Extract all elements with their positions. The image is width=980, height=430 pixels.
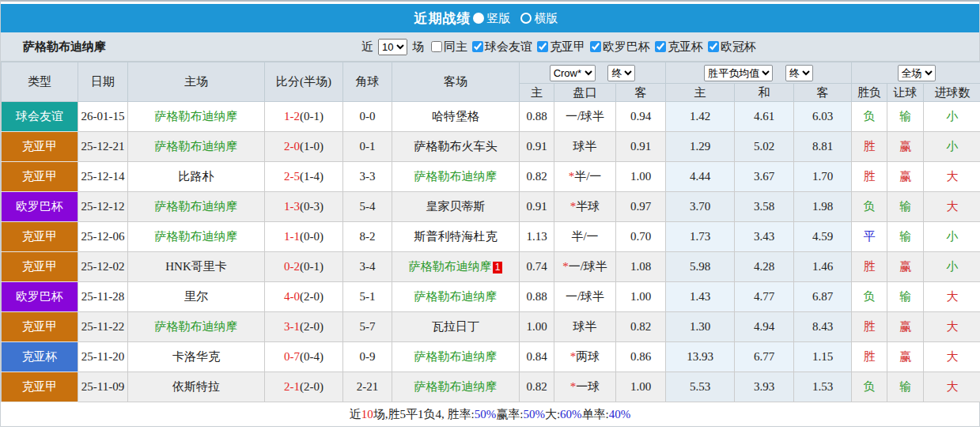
handicap-away-odds: 1.00 [616,372,666,402]
handicap-home-odds: 1.00 [520,312,554,342]
table-row: 克亚甲25-12-02HNK哥里卡0-2(0-1)3-4萨格勒布迪纳摩10.74… [2,252,980,282]
filter-checkbox-league-5[interactable]: 欧冠杯 [703,40,756,55]
spread-verdict: 输 [887,222,924,252]
goals-verdict: 小 [924,102,980,132]
table-row: 克亚甲25-12-21萨格勒布迪纳摩2-0(1-0)0-1萨格勒布火车头0.91… [2,132,980,162]
avg-draw-odds: 3.58 [735,192,794,222]
recent-suffix: 场 [412,40,424,55]
subheader-goals: 进球数 [924,84,980,102]
filter-checkbox-league-1[interactable]: 球会友谊 [467,40,532,55]
home-team: 里尔 [128,282,265,312]
handicap-away-odds: 1.00 [616,162,666,192]
scope-select[interactable]: 全场 [898,65,936,81]
handicap-line: *半球 [554,192,616,222]
filter-checkbox-league-3[interactable]: 欧罗巴杯 [585,40,650,55]
home-team: 卡洛华克 [128,342,265,372]
match-date: 25-12-12 [78,192,128,222]
checkbox-icon[interactable] [708,41,719,52]
corner-score: 5-7 [343,312,392,342]
spread-verdict: 赢 [887,312,924,342]
col-header-away: 客场 [392,62,520,102]
avg-lose-odds: 8.43 [794,312,852,342]
checkbox-icon[interactable] [472,41,483,52]
summary-segment: 10 [361,408,373,421]
spread-verdict: 赢 [887,252,924,282]
avg-lose-odds: 4.59 [794,222,852,252]
avg-win-odds: 1.42 [666,102,735,132]
handicap-line: 一/球半 [554,282,616,312]
match-date: 25-12-06 [78,222,128,252]
horizontal-layout-label[interactable]: 横版 [535,11,558,26]
away-team: 萨格勒布迪纳摩 [392,282,520,312]
spread-verdict: 赢 [887,132,924,162]
col-header-home: 主场 [128,62,265,102]
goals-verdict: 大 [924,342,980,372]
summary-line: 近10场,胜5平1负4, 胜率:50% 赢率:50% 大:60% 单率:40% [1,402,979,426]
table-row: 球会友谊26-01-15萨格勒布迪纳摩1-2(0-1)0-0哈特堡格0.88一/… [2,102,980,132]
filter-checkbox-league-2[interactable]: 克亚甲 [532,40,585,55]
avg-lose-odds: 6.03 [794,102,852,132]
result-verdict: 负 [852,282,887,312]
filter-checkbox-same-home[interactable]: 同主 [426,40,467,55]
subheader-avg-win: 主 [666,84,735,102]
avg-lose-odds: 1.15 [794,342,852,372]
match-type: 克亚杯 [2,342,78,372]
avg-stage-select[interactable]: 终 [785,65,813,81]
avg-win-odds: 13.93 [666,342,735,372]
table-row: 克亚甲25-12-14比路朴2-5(1-4)3-3萨格勒布迪纳摩0.82*半/一… [2,162,980,192]
spread-verdict: 输 [887,282,924,312]
match-score: 1-2(0-1) [265,102,343,132]
match-date: 25-11-22 [78,312,128,342]
checkbox-icon[interactable] [537,41,548,52]
match-score: 2-5(1-4) [265,162,343,192]
filter-checkbox-league-4[interactable]: 克亚杯 [650,40,703,55]
spread-verdict: 输 [887,192,924,222]
handicap-line: 一/球半 [554,102,616,132]
title-bar: 近期战绩 竖版 横版 [1,4,979,32]
handicap-stage-select[interactable]: 终 [607,65,635,81]
match-score: 0-7(0-4) [265,342,343,372]
filter-checkbox-label: 同主 [444,40,467,55]
filter-bar: 萨格勒布迪纳摩 近 10 场 同主球会友谊克亚甲欧罗巴杯克亚杯欧冠杯 [1,32,979,62]
checkbox-icon[interactable] [590,41,601,52]
avg-win-odds: 5.53 [666,372,735,402]
goals-verdict: 大 [924,372,980,402]
vertical-layout-radio[interactable] [473,13,484,24]
subheader-handicap-line: 盘口 [554,84,616,102]
bookmaker-select[interactable]: Crow* [550,65,596,81]
away-team: 萨格勒布迪纳摩 [392,162,520,192]
subheader-result: 胜负 [852,84,887,102]
result-verdict: 负 [852,102,887,132]
spread-verdict: 赢 [887,162,924,192]
checkbox-icon[interactable] [431,41,442,52]
summary-segment: 单率: [582,407,609,422]
spread-verdict: 赢 [887,342,924,372]
handicap-line: 球半 [554,132,616,162]
avg-draw-odds: 5.02 [735,132,794,162]
recent-results-panel: 近期战绩 竖版 横版 萨格勒布迪纳摩 近 10 场 同主球会友谊克亚甲欧罗巴杯克… [0,0,980,427]
match-type: 克亚甲 [2,312,78,342]
handicap-home-odds: 0.88 [520,102,554,132]
avg-win-odds: 3.70 [666,192,735,222]
checkbox-icon[interactable] [655,41,666,52]
result-verdict: 胜 [852,312,887,342]
avg-type-select[interactable]: 胜平负均值 [704,65,773,81]
avg-lose-odds: 8.81 [794,132,852,162]
avg-draw-odds: 4.28 [735,252,794,282]
spread-verdict: 输 [887,102,924,132]
recent-label: 近 [361,40,373,55]
avg-draw-odds: 3.43 [735,222,794,252]
col-header-date: 日期 [78,62,128,102]
vertical-layout-label[interactable]: 竖版 [487,11,511,26]
avg-draw-odds: 4.94 [735,312,794,342]
horizontal-layout-radio[interactable] [520,13,532,24]
recent-count-select[interactable]: 10 [378,39,407,55]
avg-win-odds: 5.98 [666,252,735,282]
result-verdict: 负 [852,372,887,402]
handicap-line: 球半 [554,312,616,342]
handicap-home-odds: 0.82 [520,372,554,402]
result-verdict: 负 [852,192,887,222]
corner-score: 5-4 [343,192,392,222]
handicap-away-odds: 0.82 [616,312,666,342]
match-type: 欧罗巴杯 [2,282,78,312]
